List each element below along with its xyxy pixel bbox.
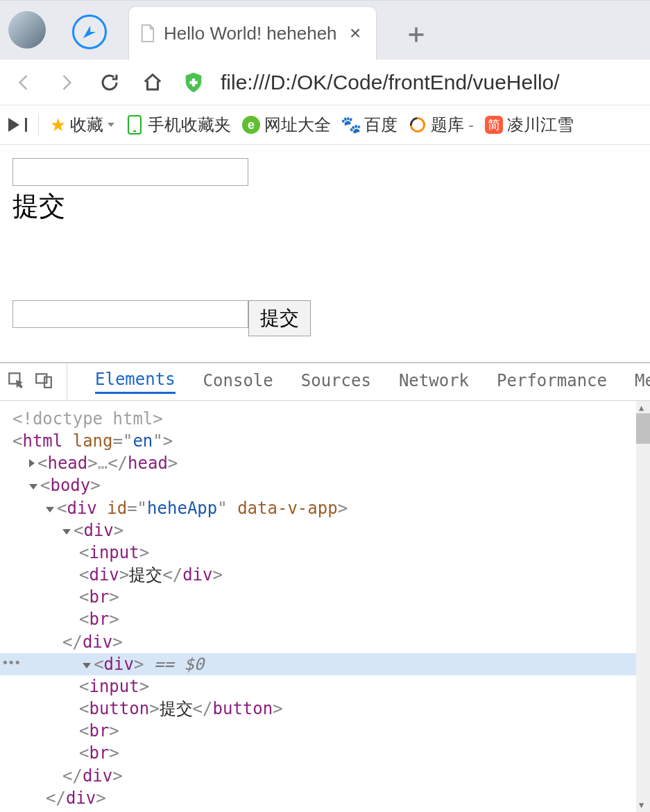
url-text[interactable]: file:///D:/OK/Code/frontEnd/vueHello/ <box>221 71 560 94</box>
device-icon[interactable] <box>35 371 53 393</box>
devtools-tab-performance[interactable]: Performance <box>497 371 607 393</box>
devtools-panel: Elements Console Sources Network Perform… <box>0 362 650 812</box>
security-shield-icon[interactable] <box>182 71 205 94</box>
submit-text: 提交 <box>12 189 638 224</box>
bookmark-favorites[interactable]: ★收藏 <box>50 114 114 136</box>
devtools-tab-sources[interactable]: Sources <box>301 371 371 393</box>
page-content: 提交 提交 <box>0 145 650 349</box>
reload-button[interactable] <box>96 69 123 96</box>
devtools-tabs: Elements Console Sources Network Perform… <box>0 363 650 401</box>
home-button[interactable] <box>139 69 166 96</box>
tab-close-icon[interactable]: × <box>350 22 361 44</box>
devtools-tab-elements[interactable]: Elements <box>95 370 176 394</box>
dom-tree[interactable]: <!doctype html> <html lang="en"> <head>…… <box>0 401 650 812</box>
form-block-1: 提交 <box>12 157 638 224</box>
bookmark-mobile[interactable]: 手机收藏夹 <box>126 114 231 136</box>
text-input-1[interactable] <box>12 158 248 186</box>
dom-selected-row[interactable]: <div> == $0 <box>0 653 650 675</box>
bookmarks-bar: ★收藏 手机收藏夹 e网址大全 🐾百度 题库- 简凌川江雪 <box>0 105 650 145</box>
titlebar: Hello World! heheheheh × <box>0 0 650 60</box>
tab-strip: Hello World! heheheheh × <box>128 1 435 60</box>
bookmark-ling[interactable]: 简凌川江雪 <box>485 114 574 136</box>
text-input-2[interactable] <box>12 300 248 328</box>
nav-row: file:///D:/OK/Code/frontEnd/vueHello/ <box>0 60 650 105</box>
file-icon <box>140 24 155 42</box>
devtools-tab-memory[interactable]: Mem <box>635 371 650 393</box>
inspect-icon[interactable] <box>7 371 25 393</box>
browser-tab[interactable]: Hello World! heheheheh × <box>128 6 377 60</box>
devtools-tab-network[interactable]: Network <box>399 371 469 393</box>
user-avatar[interactable] <box>8 11 46 49</box>
bookmark-baidu[interactable]: 🐾百度 <box>342 114 397 136</box>
new-tab-button[interactable] <box>397 16 435 53</box>
chevron-down-icon <box>108 123 114 127</box>
bookmark-play[interactable] <box>8 118 27 132</box>
bookmark-all[interactable]: e网址大全 <box>242 114 331 136</box>
browser-compass-icon[interactable] <box>72 15 107 49</box>
dom-scrollbar[interactable]: ▲ ▼ <box>636 401 650 812</box>
bookmark-tiku[interactable]: 题库- <box>409 114 474 136</box>
tab-title: Hello World! heheheheh <box>164 23 337 44</box>
dom-doctype: <!doctype html> <box>12 409 163 429</box>
form-block-2: 提交 <box>12 300 638 336</box>
devtools-tab-console[interactable]: Console <box>203 371 273 393</box>
back-button[interactable] <box>10 69 37 96</box>
submit-button[interactable]: 提交 <box>248 300 311 336</box>
forward-button[interactable] <box>53 69 80 96</box>
